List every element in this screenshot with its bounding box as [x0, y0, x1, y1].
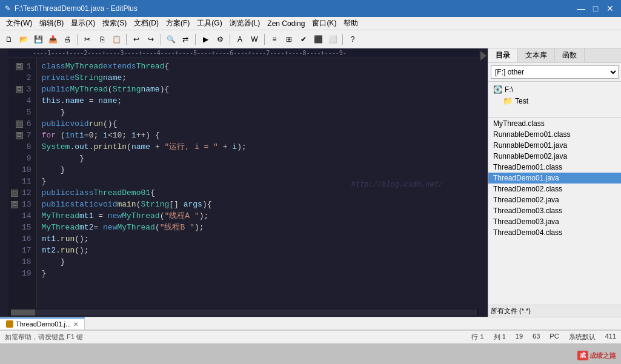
file-list-item[interactable]: ThreadDemo01.java [488, 173, 621, 184]
title-controls[interactable]: — □ ✕ [575, 2, 616, 15]
menubar: 文件(W) 编辑(B) 显示(X) 搜索(S) 文档(D) 方案(F) 工具(G… [0, 17, 621, 30]
menu-search[interactable]: 搜索(S) [99, 17, 130, 30]
toolbar-extra2[interactable]: ⊞ [282, 33, 296, 46]
menu-doc[interactable]: 文档(D) [130, 17, 162, 30]
toolbar: 🗋 📂 💾 📥 🖨 ✂ ⎘ 📋 ↩ ↪ 🔍 ⇄ ▶ ⚙ A W ≡ ⊞ ✔ ⬛ … [0, 30, 621, 48]
line-number: 18 [11, 256, 34, 268]
menu-view[interactable]: 显示(X) [67, 17, 99, 30]
line-number: 4 [11, 95, 34, 107]
new-button[interactable]: 🗋 [2, 33, 16, 46]
tree-item-drive[interactable]: 💽 F:\ [493, 84, 616, 95]
code-line: } [42, 268, 474, 279]
fold-indicator[interactable]: □ [11, 190, 18, 197]
replace-button[interactable]: ⇄ [179, 33, 192, 46]
file-tabs: ThreadDemo01.j... ✕ [0, 317, 621, 330]
scrollbar-track[interactable] [11, 309, 477, 316]
tab-functions[interactable]: 函数 [555, 48, 585, 62]
file-tab-active[interactable]: ThreadDemo01.j... ✕ [0, 317, 85, 329]
file-list-item[interactable]: ThreadDemo03.java [488, 216, 621, 227]
spell-button[interactable]: A [233, 33, 247, 46]
toolbar-extra1[interactable]: ≡ [268, 33, 281, 46]
fold-indicator[interactable]: □ [16, 63, 23, 70]
file-list-item[interactable]: ThreadDemo01.class [488, 162, 621, 173]
status-help: 如需帮助，请按键盘 F1 键 [5, 333, 83, 342]
drive-label: F:\ [505, 85, 513, 94]
file-list-item[interactable]: ThreadDemo03.class [488, 205, 621, 216]
editor-pane[interactable]: ----1----+----2----+----3----+----4----+… [8, 48, 479, 317]
file-list-item[interactable]: RunnableDemo02.java [488, 151, 621, 162]
redo-button[interactable]: ↪ [144, 33, 158, 46]
menu-project[interactable]: 方案(F) [162, 17, 193, 30]
file-list-item[interactable]: ThreadDemo02.class [488, 184, 621, 194]
tab-close-button[interactable]: ✕ [73, 321, 78, 328]
fold-indicator[interactable]: □ [16, 86, 23, 93]
dir-selector-area: [F:] other [488, 63, 621, 82]
open-button[interactable]: 📂 [17, 33, 30, 46]
line-number: □13 [11, 199, 34, 210]
code-line: class MyThread extends Thread{ [42, 61, 474, 72]
toolbar-extra5[interactable]: ⬜ [326, 33, 339, 46]
find-button[interactable]: 🔍 [164, 33, 178, 46]
line-number: 15 [11, 222, 34, 233]
toolbar-sep-2 [126, 34, 127, 45]
close-button[interactable]: ✕ [604, 2, 616, 15]
file-list-item[interactable]: RunnableDemo01.class [488, 129, 621, 140]
status-encoding: PC [550, 333, 559, 342]
status-n1: 19 [516, 333, 523, 342]
folder-icon: 📁 [503, 96, 513, 105]
tab-textlib[interactable]: 文本库 [518, 48, 555, 62]
window-title: F:\Test\ThreadDemo01.java - EditPlus [15, 4, 138, 13]
paste-button[interactable]: 📋 [110, 33, 123, 46]
line-numbers: □12□345□6□7891011□12□13141516171819 [8, 58, 37, 308]
right-collapse-button[interactable] [479, 48, 488, 317]
help-button[interactable]: ? [346, 33, 359, 46]
save-button[interactable]: 💾 [32, 33, 45, 46]
minimize-button[interactable]: — [575, 2, 587, 15]
toolbar-extra4[interactable]: ⬛ [311, 33, 325, 46]
drive-icon: 💽 [493, 85, 502, 94]
run-button[interactable]: ▶ [199, 33, 212, 46]
file-list-item[interactable]: ThreadDemo02.java [488, 194, 621, 205]
code-line: } [42, 153, 474, 164]
line-number: □7 [11, 130, 34, 141]
toolbar-sep-6 [264, 34, 265, 45]
file-list-item[interactable]: ThreadDemo04.class [488, 227, 621, 238]
line-number: 8 [11, 141, 34, 153]
save-all-button[interactable]: 📥 [46, 33, 59, 46]
code-area[interactable]: http://blog.csdn.net/ class MyThread ext… [37, 58, 479, 308]
menu-zen[interactable]: Zen Coding [264, 18, 308, 29]
toolbar-extra3[interactable]: ✔ [297, 33, 310, 46]
fold-indicator[interactable]: □ [16, 121, 23, 128]
line-number: □3 [11, 84, 34, 95]
directory-selector[interactable]: [F:] other [491, 65, 619, 79]
code-line: System.out.println(name + "运行, i = " + i… [42, 141, 474, 153]
line-number: □12 [11, 187, 34, 199]
word-wrap-button[interactable]: W [248, 33, 261, 46]
undo-button[interactable]: ↩ [130, 33, 143, 46]
left-collapse-button[interactable] [0, 48, 8, 317]
copy-button[interactable]: ⎘ [95, 33, 108, 46]
print-button[interactable]: 🖨 [61, 33, 74, 46]
editor-horizontal-scrollbar[interactable] [8, 308, 479, 317]
menu-file[interactable]: 文件(W) [2, 17, 36, 30]
statusbar: 如需帮助，请按键盘 F1 键 行 1 列 1 19 63 PC 系统默认 411 [0, 330, 621, 343]
toolbar-sep-7 [342, 34, 343, 45]
menu-browser[interactable]: 浏览器(L) [226, 17, 264, 30]
scrollbar-thumb[interactable] [11, 309, 35, 316]
menu-edit[interactable]: 编辑(B) [36, 17, 67, 30]
file-list-item[interactable]: MyThread.class [488, 118, 621, 129]
tab-directory[interactable]: 目录 [488, 48, 518, 62]
file-tree: 💽 F:\ 📁 Test [488, 82, 621, 118]
menu-help[interactable]: 帮助 [340, 17, 362, 30]
cut-button[interactable]: ✂ [81, 33, 94, 46]
status-num: 411 [605, 333, 616, 342]
tree-item-folder[interactable]: 📁 Test [493, 95, 616, 107]
menu-window[interactable]: 窗口(K) [308, 17, 340, 30]
file-list-item[interactable]: RunnableDemo01.java [488, 140, 621, 151]
maximize-button[interactable]: □ [589, 2, 602, 15]
fold-indicator[interactable]: □ [16, 132, 23, 139]
menu-tools[interactable]: 工具(G) [193, 17, 225, 30]
build-button[interactable]: ⚙ [213, 33, 227, 46]
fold-indicator[interactable]: □ [11, 201, 18, 208]
code-line: } [42, 164, 474, 176]
